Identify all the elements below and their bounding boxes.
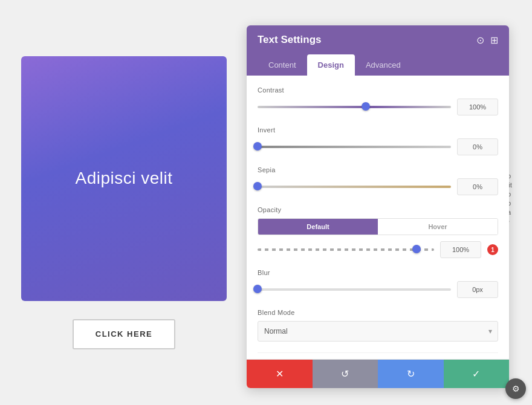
opacity-track [258,248,434,251]
invert-track [258,146,451,148]
blur-thumb[interactable] [253,285,262,293]
confirm-button[interactable]: ✓ [444,360,510,388]
invert-label: Invert [258,126,498,134]
invert-row: Invert 0% [258,126,498,155]
contrast-value[interactable]: 100% [457,99,498,115]
blur-value[interactable]: 0px [457,281,498,298]
opacity-slider-row: 100% 1 [258,241,498,258]
invert-slider[interactable] [258,145,451,149]
blur-slider-row: 0px [258,281,498,298]
opacity-label: Opacity [258,206,281,213]
panel-title: Text Settings [258,34,321,46]
click-here-button[interactable]: CLICK HERE [73,319,175,349]
opacity-header: Opacity [258,206,498,218]
opacity-badge: 1 [487,244,498,255]
cancel-icon: ✕ [276,368,284,380]
sepia-value[interactable]: 0% [457,178,498,195]
toggle-default[interactable]: Default [258,219,378,235]
settings-panel: Text Settings ⊙ ⊞ Content Design Advance… [247,25,509,388]
action-bar: ✕ ↺ ↻ ✓ [247,359,509,388]
opacity-row: Opacity Default Hover 100% 1 [258,206,498,258]
tab-content[interactable]: Content [258,54,307,76]
confirm-icon: ✓ [472,368,480,380]
opacity-value[interactable]: 100% [440,241,481,258]
blend-mode-select-wrapper: Normal Multiply Screen Overlay Darken Li… [258,321,498,342]
settings-icon[interactable]: ⊙ [476,34,484,46]
contrast-thumb[interactable] [362,102,370,111]
contrast-label: Contrast [258,86,498,94]
toggle-hover[interactable]: Hover [378,219,498,235]
preview-area: Adipisci velit CLICK HERE [0,0,248,405]
opacity-thumb[interactable] [412,245,421,253]
sepia-slider[interactable] [258,185,451,189]
blur-slider[interactable] [258,288,451,291]
refresh-button[interactable]: ↻ [378,360,444,388]
header-icons: ⊙ ⊞ [476,34,498,46]
reset-icon: ↺ [341,368,349,380]
sepia-row: Sepia 0% [258,166,498,195]
sepia-track [258,186,451,188]
floating-settings-icon: ⚙ [512,384,520,394]
invert-value[interactable]: 0% [457,138,498,155]
blur-track [258,288,451,291]
contrast-slider[interactable] [258,105,451,109]
contrast-slider-row: 100% [258,99,498,115]
blend-mode-select[interactable]: Normal Multiply Screen Overlay Darken Li… [258,321,498,342]
sepia-slider-row: 0% [258,178,498,195]
preview-card-text: Adipisci velit [75,169,172,188]
reset-button[interactable]: ↺ [313,360,378,388]
cancel-button[interactable]: ✕ [247,360,313,388]
click-here-label: CLICK HERE [96,329,152,339]
tab-advanced[interactable]: Advanced [355,54,412,76]
animation-section[interactable]: Animation ▾ [258,352,498,359]
sepia-thumb[interactable] [253,182,262,190]
contrast-row: Contrast 100% [258,86,498,115]
invert-slider-row: 0% [258,138,498,155]
columns-icon[interactable]: ⊞ [490,34,498,46]
opacity-slider[interactable] [258,248,434,251]
panel-content: Contrast 100% Invert 0% Sepia [247,76,509,359]
panel-header: Text Settings ⊙ ⊞ [247,25,509,54]
blur-row: Blur 0px [258,269,498,298]
tab-design[interactable]: Design [307,54,355,76]
sepia-label: Sepia [258,166,498,173]
blur-label: Blur [258,269,498,276]
refresh-icon: ↻ [407,368,415,380]
invert-thumb[interactable] [253,142,262,151]
blend-mode-row: Blend Mode Normal Multiply Screen Overla… [258,309,498,342]
blend-mode-label: Blend Mode [258,309,498,316]
contrast-track [258,106,451,108]
opacity-toggle: Default Hover [258,218,498,235]
tabs-bar: Content Design Advanced [247,54,509,76]
floating-settings-button[interactable]: ⚙ [505,378,526,399]
preview-card: Adipisci velit [21,56,227,301]
